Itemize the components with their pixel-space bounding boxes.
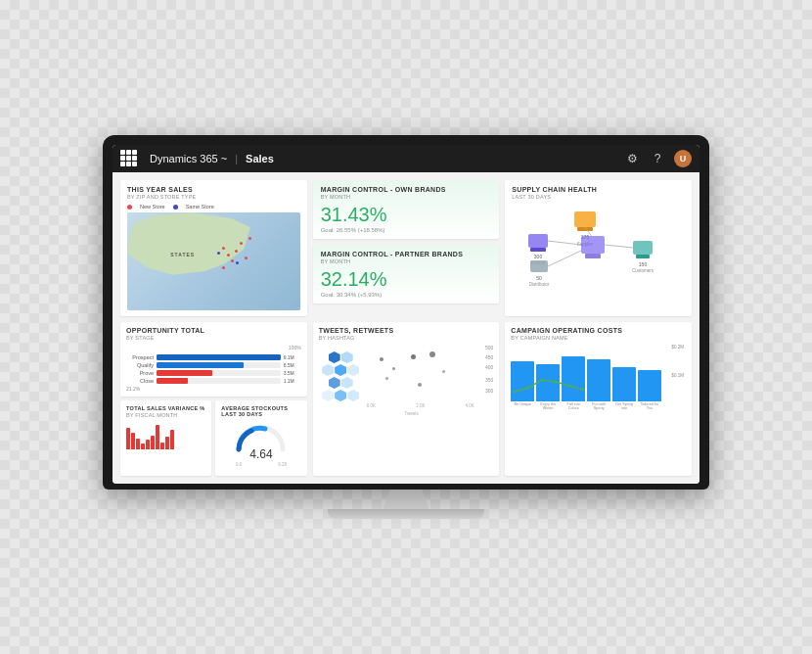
bar-val-1: 9.1M [284, 354, 301, 360]
margin1-subtitle: BY MONTH [321, 194, 492, 200]
camp-x-1: Be Unique [511, 402, 534, 410]
scatter-plot: 500 450 400 350 300 [367, 345, 494, 408]
bottom-left: Opportunity Total BY STAGE 100% Prospect… [120, 322, 307, 476]
camp-x-3: Fall into Colors [562, 402, 585, 410]
bar-val-4: 1.1M [284, 378, 301, 384]
svg-point-21 [514, 391, 517, 394]
margin1-title: Margin Control - Own Brands [321, 186, 492, 193]
hex-6 [329, 377, 340, 389]
legend-new-label: New Store [140, 204, 165, 210]
bar-label-3: Prove [126, 370, 154, 376]
svg-text:Distributor: Distributor [528, 282, 549, 287]
grid-icon[interactable] [120, 150, 138, 167]
sdot-4 [385, 377, 388, 380]
sdot-2 [392, 367, 395, 370]
margin2-subtitle: BY MONTH [321, 258, 492, 264]
x-label-1: 0.0K [367, 403, 376, 408]
margin1-value: 31.43% [321, 204, 492, 225]
gauge-range: 0.0 9.28 [236, 462, 287, 467]
y-350: 350 [485, 377, 493, 383]
variance-subtitle: BY FISCAL MONTH [126, 412, 205, 418]
legend-same-label: Same Store [186, 204, 214, 210]
svg-rect-9 [585, 254, 601, 258]
bar-track-1 [157, 354, 281, 360]
x-label-2: 2.0K [416, 403, 425, 408]
x-axis-title: Tweets [405, 411, 419, 416]
tweets-card: Tweets, Retweets BY HASHTAG [313, 322, 500, 476]
tweets-subtitle: BY HASHTAG [319, 335, 494, 341]
v-bar-3 [136, 439, 140, 449]
map-dot-4 [231, 259, 234, 262]
bar-row-2: Qualify 6.5M [126, 362, 301, 368]
bar-row-3: Prove 3.5M [126, 370, 301, 376]
bar-val-2: 6.5M [284, 362, 301, 368]
y-mid-label: $0.1M [671, 373, 684, 378]
gear-icon[interactable]: ⚙ [623, 150, 641, 167]
tweets-title: Tweets, Retweets [319, 327, 494, 334]
map-dot-3 [235, 250, 238, 253]
screen: Dynamics 365 ~ | Sales ⚙ ? U This Year S… [113, 145, 699, 484]
svg-rect-10 [530, 260, 548, 272]
camp-x-5: Get Spring into [612, 402, 636, 410]
help-icon[interactable]: ? [649, 150, 666, 167]
legend-same-dot [173, 205, 178, 210]
supply-svg: 175 Supplier 300 Factory [520, 207, 677, 290]
variance-title: Total Sales Variance % [126, 405, 205, 411]
monitor-stand-neck [367, 490, 445, 509]
nav-module: Sales [246, 153, 274, 164]
stockouts-card: Average Stockouts Last 30 Days 4.64 0.0 [215, 400, 306, 476]
avatar[interactable]: U [674, 150, 692, 167]
svg-rect-4 [528, 234, 548, 248]
svg-text:150: 150 [638, 261, 647, 267]
sub-cards-row: Total Sales Variance % BY FISCAL MONTH [120, 400, 307, 476]
camp-x-6: Tailored for You [638, 402, 661, 410]
tweets-content: 500 450 400 350 300 [319, 345, 494, 408]
stockouts-title: Average Stockouts Last 30 Days [221, 405, 300, 417]
map-area: STATES [127, 212, 300, 310]
y-500: 500 [485, 345, 493, 350]
sdot-3 [411, 354, 416, 359]
hex-row-2 [322, 364, 359, 376]
x-label-3: 4.0K [466, 403, 474, 408]
svg-point-26 [582, 389, 585, 392]
gauge-max: 9.28 [278, 462, 287, 467]
hex-2 [341, 351, 353, 363]
v-bar-10 [170, 430, 174, 449]
v-bar-9 [165, 437, 169, 449]
v-bar-2 [131, 433, 135, 449]
bar-row-4: Close 1.1M [126, 378, 301, 384]
hex-9 [335, 390, 346, 401]
sdot-1 [380, 357, 383, 361]
hex-3 [322, 364, 334, 376]
campaign-subtitle: BY CAMPAIGN NAME [511, 335, 686, 341]
bar-row-1: Prospect 9.1M [126, 354, 301, 360]
svg-text:300: 300 [533, 254, 542, 259]
svg-rect-0 [574, 211, 596, 227]
margin2-goal: Goal: 30.34% (+5.93%) [321, 292, 492, 298]
camp-x-4: Fun with Sporty [587, 402, 610, 410]
bar-track-2 [157, 362, 281, 368]
dashboard: This Year Sales BY ZIP AND STORE TYPE Ne… [113, 172, 699, 484]
svg-text:Customers: Customers [632, 268, 654, 273]
camp-x-2: Enjoy the Winter [536, 402, 560, 410]
margin-card-1: Margin Control - Own Brands BY MONTH 31.… [313, 180, 500, 239]
campaign-x-labels: Be Unique Enjoy the Winter Fall into Col… [511, 402, 686, 410]
map-card: This Year Sales BY ZIP AND STORE TYPE Ne… [120, 180, 307, 316]
v-bar-5 [146, 440, 150, 449]
svg-point-23 [541, 379, 544, 382]
svg-rect-8 [581, 236, 605, 254]
sdot-7 [442, 370, 445, 373]
bar-label-2: Qualify [126, 362, 154, 368]
horiz-bars: Prospect 9.1M Qualify [126, 354, 301, 384]
bar-fill-1 [157, 354, 281, 360]
y-max-label: $0.2M [671, 345, 684, 350]
svg-text:50: 50 [536, 275, 542, 281]
y-450: 450 [485, 354, 493, 360]
gauge-value: 4.64 [249, 447, 272, 461]
variance-bars [126, 422, 205, 449]
monitor: Dynamics 365 ~ | Sales ⚙ ? U This Year S… [103, 135, 709, 490]
margin2-value: 32.14% [321, 268, 492, 290]
app-name[interactable]: Dynamics 365 ~ [150, 153, 227, 164]
svg-point-24 [555, 381, 558, 384]
legend-new-dot [127, 205, 132, 210]
